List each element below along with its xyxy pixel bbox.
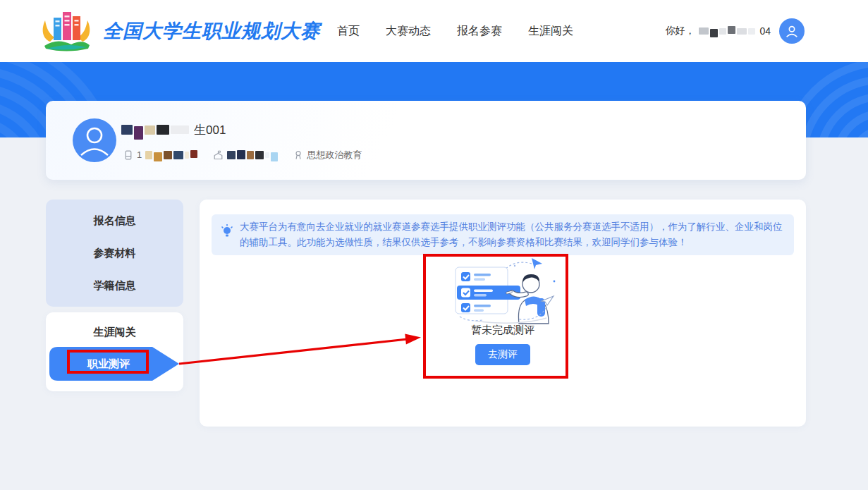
user-avatar[interactable] <box>779 18 805 44</box>
notice-text: 大赛平台为有意向去企业就业的就业赛道参赛选手提供职业测评功能（公共服务分赛道选手… <box>240 219 784 250</box>
page: 全国大学生职业规划大赛 首页 大赛动态 报名参赛 生涯闯关 你好， 04 <box>0 0 868 490</box>
greeting-suffix: 04 <box>759 25 771 37</box>
nav-item-news[interactable]: 大赛动态 <box>386 24 431 39</box>
redacted-name <box>121 121 189 140</box>
sidebar-item-career-challenge[interactable]: 生涯闯关 <box>46 318 183 346</box>
brand-title: 全国大学生职业规划大赛 <box>103 18 320 44</box>
notice-banner: 大赛平台为有意向去企业就业的就业赛道参赛选手提供职业测评功能（公共服务分赛道选手… <box>212 214 794 255</box>
annotation-box-assessment <box>423 254 568 379</box>
annotation-box-sidebar <box>67 350 149 374</box>
brand-logo-icon <box>39 9 94 53</box>
profile-card: 生001 1 <box>46 101 806 180</box>
profile-name-row: 生001 <box>121 122 226 137</box>
profile-info-row: 1 <box>123 148 362 161</box>
person-icon <box>784 23 800 39</box>
nav-item-home[interactable]: 首页 <box>337 24 360 39</box>
nav-item-register[interactable]: 报名参赛 <box>457 24 502 39</box>
student-id-seg: 1 <box>123 149 197 161</box>
profile-avatar <box>73 118 116 162</box>
student-id-visible: 1 <box>137 149 142 160</box>
major-seg: 思想政治教育 <box>293 149 362 161</box>
lightbulb-icon <box>220 223 234 238</box>
sidebar-item-signup-info[interactable]: 报名信息 <box>46 204 183 237</box>
greeting-prefix: 你好， <box>665 25 695 37</box>
profile-major: 思想政治教育 <box>307 149 362 161</box>
sidebar-item-materials[interactable]: 参赛材料 <box>46 237 183 269</box>
sidebar-item-student-status[interactable]: 学籍信息 <box>46 269 183 302</box>
id-card-icon <box>123 150 133 160</box>
nav-item-career[interactable]: 生涯闯关 <box>528 24 573 39</box>
redacted-username <box>699 25 755 37</box>
redacted-school <box>227 148 278 161</box>
sidebar-group-registration: 报名信息 参赛材料 学籍信息 <box>46 200 183 307</box>
profile-name-visible: 生001 <box>194 122 226 138</box>
top-header: 全国大学生职业规划大赛 首页 大赛动态 报名参赛 生涯闯关 你好， 04 <box>0 0 868 62</box>
school-icon <box>213 150 224 160</box>
major-badge-icon <box>293 150 303 160</box>
main-nav: 首页 大赛动态 报名参赛 生涯闯关 <box>337 0 573 62</box>
redacted-student-id <box>145 149 197 161</box>
user-box: 你好， 04 <box>665 0 805 62</box>
brand[interactable]: 全国大学生职业规划大赛 <box>39 8 320 54</box>
school-seg <box>213 148 278 161</box>
person-icon <box>73 118 116 162</box>
